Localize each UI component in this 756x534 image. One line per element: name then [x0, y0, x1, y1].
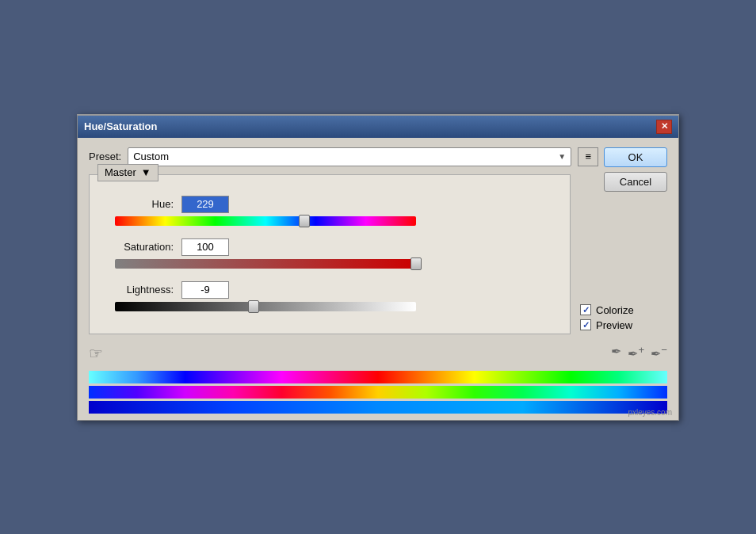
colorize-checkbox[interactable]	[580, 304, 591, 315]
saturation-group: Saturation: 100	[102, 238, 557, 269]
hue-slider-thumb[interactable]	[299, 215, 310, 227]
colorize-row: Colorize	[580, 304, 667, 316]
close-button[interactable]: ✕	[656, 120, 672, 134]
saturation-track-container	[102, 259, 557, 269]
dialog-title: Hue/Saturation	[84, 120, 157, 132]
channel-dropdown[interactable]: Master ▼	[97, 164, 158, 181]
preset-label: Preset:	[89, 151, 121, 162]
hue-saturation-dialog: Hue/Saturation ✕ Preset: Custom ▼ ≡ OK C…	[77, 114, 679, 421]
saturation-label: Saturation:	[102, 241, 174, 253]
lightness-row: Lightness: -9	[102, 281, 557, 299]
dialog-body: Preset: Custom ▼ ≡ OK Cancel Master ▼	[78, 138, 678, 420]
preview-row: Preview	[580, 319, 667, 331]
source-color-bar	[89, 371, 667, 383]
lightness-track-container	[102, 302, 557, 311]
hue-label: Hue:	[102, 198, 174, 210]
colorize-label: Colorize	[596, 304, 634, 316]
channel-label: Master	[105, 166, 136, 178]
preview-checkbox[interactable]	[580, 319, 591, 330]
right-options: Colorize Preview	[580, 174, 667, 334]
main-content: Master ▼ Hue: 229	[89, 174, 667, 334]
title-bar: Hue/Saturation ✕	[78, 116, 678, 138]
saturation-slider-track[interactable]	[115, 259, 416, 269]
eyedropper-add-icon[interactable]: ✒+	[628, 344, 644, 361]
channel-dropdown-row: Master ▼	[97, 164, 158, 181]
hue-row: Hue: 229	[102, 196, 557, 213]
bottom-tools: ☞ ✒ ✒+ ✒−	[89, 341, 667, 366]
color-bars	[89, 371, 667, 414]
hue-value[interactable]: 229	[181, 196, 229, 213]
eyedropper-group: ✒ ✒+ ✒−	[611, 344, 667, 361]
saturation-value[interactable]: 100	[181, 238, 229, 256]
lightness-slider-track[interactable]	[115, 302, 416, 311]
lightness-slider-thumb[interactable]	[248, 300, 259, 313]
preset-value: Custom	[133, 151, 169, 162]
preview-label: Preview	[596, 319, 632, 331]
hue-slider-track[interactable]	[115, 216, 416, 226]
preset-row: Preset: Custom ▼ ≡	[89, 147, 667, 166]
action-buttons: OK Cancel	[604, 147, 667, 192]
lightness-value[interactable]: -9	[181, 281, 229, 299]
hue-track-container	[102, 216, 557, 226]
hand-tool-icon[interactable]: ☞	[89, 344, 103, 363]
watermark: pxleyes.com	[628, 408, 672, 417]
preset-options-button[interactable]: ≡	[578, 147, 598, 166]
lightness-label: Lightness:	[102, 284, 174, 296]
preset-dropdown[interactable]: Custom ▼	[128, 147, 571, 166]
lightness-group: Lightness: -9	[102, 281, 557, 311]
eyedropper-icon[interactable]: ✒	[611, 344, 621, 361]
blue-spectrum-bar	[89, 401, 667, 414]
result-color-bar	[89, 386, 667, 399]
channel-arrow-icon: ▼	[141, 166, 151, 178]
ok-button[interactable]: OK	[604, 147, 667, 167]
eyedropper-subtract-icon[interactable]: ✒−	[651, 344, 667, 361]
saturation-row: Saturation: 100	[102, 238, 557, 256]
chevron-down-icon: ▼	[558, 152, 566, 161]
sliders-panel: Master ▼ Hue: 229	[89, 174, 571, 334]
cancel-button[interactable]: Cancel	[604, 172, 667, 192]
hue-group: Hue: 229	[102, 196, 557, 226]
saturation-slider-thumb[interactable]	[410, 257, 422, 270]
